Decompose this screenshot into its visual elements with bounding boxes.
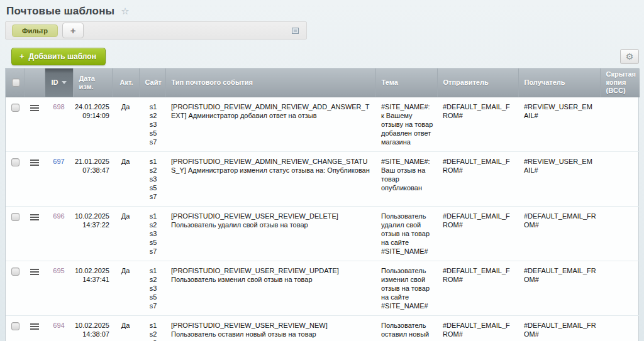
bcc-cell	[600, 207, 640, 261]
date-cell: 10.02.2025 14:37:41	[73, 261, 112, 316]
event-type-cell: [PROFISTUDIO_REVIEW_USER_REVIEW_UPDATE] …	[165, 261, 375, 316]
column-header-sender[interactable]: Отправитель	[437, 68, 518, 97]
recipient-cell: #DEFAULT_EMAIL_FROM#	[518, 261, 600, 316]
settings-button[interactable]: ⚙	[620, 49, 639, 64]
row-select-cell	[6, 152, 25, 207]
table-row: 69610.02.2025 14:37:22Даs1 s2 s3 s5 s7[P…	[6, 207, 640, 261]
row-menu-icon[interactable]	[30, 160, 39, 166]
site-cell: s1 s2 s3 s5 s7	[139, 316, 165, 341]
row-id-cell: 695	[45, 261, 73, 316]
table-row: 69721.01.2025 07:38:47Даs1 s2 s3 s5 s7[P…	[6, 152, 640, 207]
row-select-cell	[6, 97, 25, 152]
active-cell: Да	[112, 152, 139, 207]
table-row: 69510.02.2025 14:37:41Даs1 s2 s3 s5 s7[P…	[6, 261, 640, 316]
plus-icon: +	[19, 51, 25, 61]
filter-toggle-icon[interactable]	[292, 28, 299, 34]
row-select-cell	[6, 261, 25, 316]
row-checkbox[interactable]	[11, 322, 19, 330]
row-checkbox[interactable]	[11, 104, 19, 112]
event-type-cell: [PROFISTUDIO_REVIEW_USER_REVIEW_NEW] Пол…	[165, 316, 375, 341]
event-type-cell: [PROFISTUDIO_REVIEW_ADMIN_REVIEW_ADD_ANS…	[165, 97, 375, 152]
sender-cell: #DEFAULT_EMAIL_FROM#	[437, 316, 518, 341]
select-all-checkbox[interactable]	[12, 78, 20, 87]
row-id-cell: 698	[45, 97, 73, 152]
table-row: 69410.02.2025 14:38:07Даs1 s2 s3 s5 s7[P…	[6, 316, 640, 341]
row-menu-cell	[25, 152, 45, 207]
column-header-id[interactable]: ID	[45, 68, 73, 97]
context-toolbar: + Добавить шаблон ⚙	[5, 48, 639, 65]
table-row: 69824.01.2025 09:14:09Даs1 s2 s3 s5 s7[P…	[6, 97, 640, 152]
date-cell: 24.01.2025 09:14:09	[73, 97, 112, 152]
filter-bar: Фильтр +	[5, 21, 307, 40]
column-header-site[interactable]: Сайт	[139, 68, 165, 97]
subject-cell: #SITE_NAME#: к Вашему отзыву на товар до…	[375, 97, 437, 152]
row-menu-cell	[25, 207, 45, 261]
sender-cell: #DEFAULT_EMAIL_FROM#	[437, 152, 518, 207]
date-cell: 10.02.2025 14:37:22	[73, 207, 112, 261]
row-checkbox[interactable]	[11, 213, 19, 221]
active-cell: Да	[112, 207, 139, 261]
add-template-label: Добавить шаблон	[29, 52, 96, 61]
row-menu-cell	[25, 316, 45, 341]
column-header-menu	[25, 68, 45, 97]
sender-cell: #DEFAULT_EMAIL_FROM#	[437, 97, 518, 152]
column-header-subject[interactable]: Тема	[375, 68, 437, 97]
bcc-cell	[600, 261, 640, 316]
date-cell: 10.02.2025 14:38:07	[73, 316, 112, 341]
row-menu-cell	[25, 97, 45, 152]
row-select-cell	[6, 207, 25, 261]
plus-icon: +	[70, 25, 76, 36]
filter-add-button[interactable]: +	[62, 23, 84, 38]
site-cell: s1 s2 s3 s5 s7	[139, 207, 165, 261]
gear-icon: ⚙	[626, 51, 634, 62]
active-cell: Да	[112, 261, 139, 316]
row-id-cell: 696	[45, 207, 73, 261]
table-header-row: ID Дата изм. Акт. Сайт Тип почтового соб…	[6, 68, 640, 97]
site-cell: s1 s2 s3 s5 s7	[139, 261, 165, 316]
bcc-cell	[600, 97, 640, 152]
row-menu-icon[interactable]	[30, 323, 39, 330]
templates-table-wrap: ID Дата изм. Акт. Сайт Тип почтового соб…	[5, 68, 639, 341]
id-link[interactable]: 696	[53, 212, 64, 220]
active-cell: Да	[112, 316, 139, 341]
site-cell: s1 s2 s3 s5 s7	[139, 152, 165, 207]
id-link[interactable]: 698	[53, 103, 64, 111]
row-checkbox[interactable]	[11, 268, 19, 276]
column-header-bcc[interactable]: Скрытая копия (BCC)	[600, 68, 640, 97]
event-type-cell: [PROFISTUDIO_REVIEW_ADMIN_REVIEW_CHANGE_…	[165, 152, 375, 207]
row-checkbox[interactable]	[11, 158, 19, 166]
event-type-cell: [PROFISTUDIO_REVIEW_USER_REVIEW_DELETE] …	[165, 207, 375, 261]
sender-cell: #DEFAULT_EMAIL_FROM#	[437, 207, 518, 261]
recipient-cell: #DEFAULT_EMAIL_FROM#	[518, 316, 600, 341]
subject-cell: Пользователь изменил свой отзыв на товар…	[375, 261, 437, 316]
row-id-cell: 697	[45, 152, 73, 207]
subject-cell: #SITE_NAME#: Ваш отзыв на товар опублико…	[375, 152, 437, 207]
id-link[interactable]: 694	[53, 322, 64, 329]
row-menu-cell	[25, 261, 45, 316]
favorite-star-icon[interactable]: ☆	[121, 6, 129, 17]
column-header-select	[6, 68, 25, 97]
recipient-cell: #DEFAULT_EMAIL_FROM#	[518, 207, 600, 261]
row-menu-icon[interactable]	[30, 214, 39, 220]
add-template-button[interactable]: + Добавить шаблон	[11, 48, 106, 65]
recipient-cell: #REVIEW_USER_EMAIL#	[518, 152, 600, 207]
id-link[interactable]: 697	[53, 158, 64, 165]
column-header-date[interactable]: Дата изм.	[73, 68, 112, 97]
row-select-cell	[6, 316, 25, 341]
bcc-cell	[600, 316, 640, 341]
templates-table: ID Дата изм. Акт. Сайт Тип почтового соб…	[6, 68, 640, 341]
sort-desc-icon	[62, 81, 67, 84]
active-cell: Да	[112, 97, 139, 152]
site-cell: s1 s2 s3 s5 s7	[139, 97, 165, 152]
row-menu-icon[interactable]	[30, 105, 39, 111]
filter-tab[interactable]: Фильтр	[12, 24, 58, 37]
page-title: Почтовые шаблоны	[6, 5, 114, 18]
bcc-cell	[600, 152, 640, 207]
column-header-recipient[interactable]: Получатель	[518, 68, 600, 97]
column-header-event-type[interactable]: Тип почтового события	[165, 68, 375, 97]
column-header-active[interactable]: Акт.	[112, 68, 139, 97]
sender-cell: #DEFAULT_EMAIL_FROM#	[437, 261, 518, 316]
recipient-cell: #REVIEW_USER_EMAIL#	[518, 97, 600, 152]
row-menu-icon[interactable]	[30, 269, 39, 275]
id-link[interactable]: 695	[53, 267, 64, 274]
